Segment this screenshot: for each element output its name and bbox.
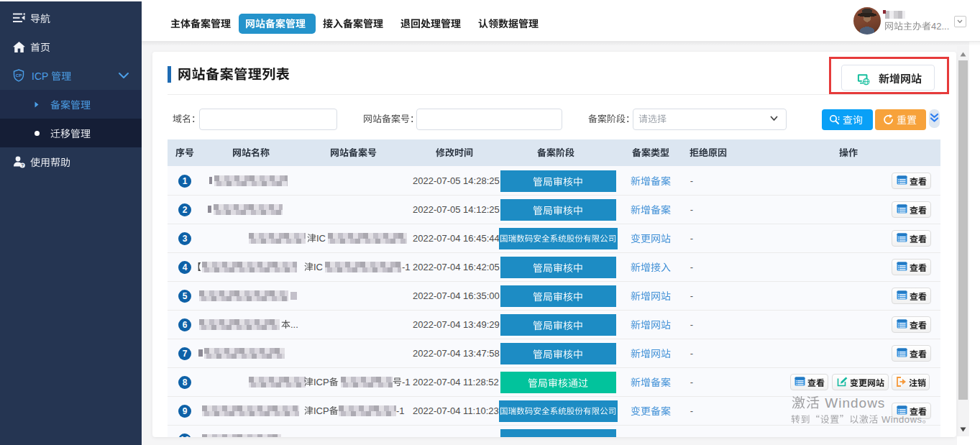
svg-text:IC: IC xyxy=(313,262,323,272)
svg-text:ICP: ICP xyxy=(313,377,329,387)
svg-text:-1: -1 xyxy=(402,262,411,272)
svg-text:...: ... xyxy=(290,319,298,330)
svg-text:?: ? xyxy=(21,162,24,168)
svg-text:42...: 42... xyxy=(931,21,949,32)
svg-text:Windows: Windows xyxy=(820,395,885,410)
svg-text:CP: CP xyxy=(16,73,22,78)
svg-text:-1: -1 xyxy=(396,405,405,416)
svg-text:IC: IC xyxy=(316,233,326,244)
svg-text:-1: -1 xyxy=(402,377,411,387)
svg-text:ICP: ICP xyxy=(32,70,51,82)
svg-text:ICP: ICP xyxy=(313,405,329,416)
svg-text:Windows: Windows xyxy=(879,414,922,425)
